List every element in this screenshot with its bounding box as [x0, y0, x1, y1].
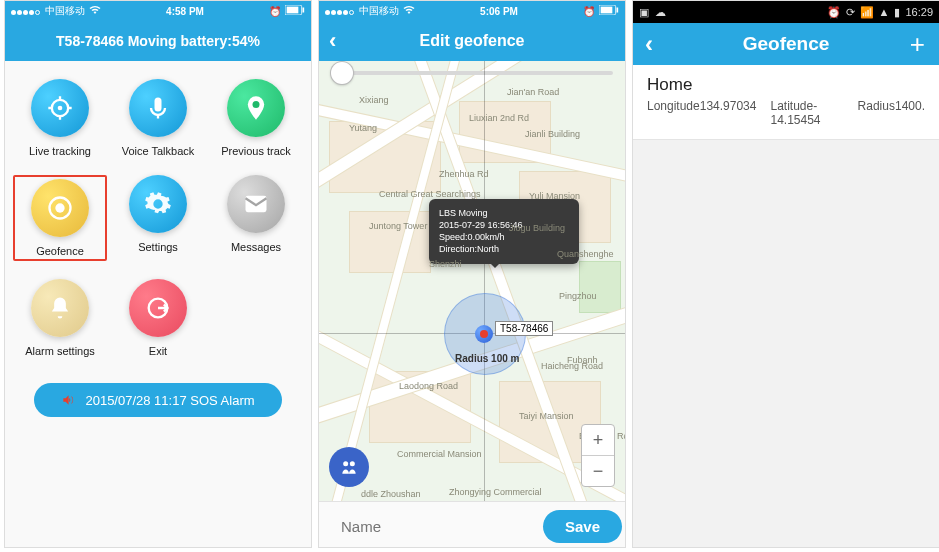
- map-poi-label: Commercial Mansion: [397, 449, 482, 459]
- speaker-icon: [61, 393, 75, 407]
- svg-rect-5: [155, 98, 162, 112]
- svg-rect-13: [616, 8, 618, 13]
- crosshair-v: [484, 61, 485, 501]
- map-poi-label: Taiyi Mansion: [519, 411, 574, 421]
- mic-icon: [129, 79, 187, 137]
- map-poi-label: Jian'an Road: [507, 87, 559, 97]
- map-poi-label: Jiogu Building: [509, 223, 565, 233]
- map-poi-label: Zhenhua Rd: [439, 169, 489, 179]
- radius-slider[interactable]: [331, 71, 613, 75]
- map-poi-label: Yuli Mansion: [529, 191, 580, 201]
- svg-rect-12: [601, 7, 613, 14]
- map-poi-label: Pingzhou: [559, 291, 597, 301]
- map-poi-label: Shenzhi: [429, 259, 462, 269]
- svg-rect-1: [287, 7, 299, 14]
- menu-label: Live tracking: [29, 145, 91, 157]
- geofence-name-input[interactable]: [339, 517, 533, 536]
- device-label: T58-78466: [495, 321, 553, 336]
- zoom-control: + −: [581, 424, 615, 487]
- svg-point-4: [58, 106, 63, 111]
- menu-label: Messages: [231, 241, 281, 253]
- save-button[interactable]: Save: [543, 510, 622, 543]
- svg-point-14: [343, 461, 348, 466]
- clock-label: 4:58 PM: [166, 6, 204, 17]
- locate-button[interactable]: [329, 447, 369, 487]
- record-icon: [31, 179, 89, 237]
- menu-item-previous-track[interactable]: Previous track: [209, 79, 303, 157]
- signal-dots-icon: [325, 6, 355, 17]
- zoom-in-button[interactable]: +: [582, 425, 614, 455]
- target-icon: [31, 79, 89, 137]
- battery-icon: [599, 5, 619, 17]
- center-pin-icon: [475, 325, 493, 343]
- map-poi-label: Quanshenghe: [557, 249, 614, 259]
- screen-edit-geofence: 中国移动 5:06 PM ⏰ ‹ Edit geofence: [318, 0, 626, 548]
- page-title: ‹ Edit geofence: [319, 21, 625, 61]
- map-canvas[interactable]: T58-78466 Radius 100 m LBS Moving 2015-0…: [319, 61, 625, 501]
- menu-item-messages[interactable]: Messages: [209, 175, 303, 261]
- sos-alarm-banner[interactable]: 2015/07/28 11:17 SOS Alarm: [34, 383, 282, 417]
- signal-dots-icon: [11, 6, 41, 17]
- carrier-label: 中国移动: [45, 4, 85, 18]
- clock-label: 16:29: [905, 6, 933, 18]
- menu-label: Exit: [149, 345, 167, 357]
- zoom-out-button[interactable]: −: [582, 455, 614, 486]
- menu-item-settings[interactable]: Settings: [111, 175, 205, 261]
- cloud-icon: ☁: [655, 6, 666, 19]
- map-poi-label: Laodong Road: [399, 381, 458, 391]
- map-poi-label: Zhongying Commercial: [449, 487, 542, 497]
- menu-label: Settings: [138, 241, 178, 253]
- screen-home: 中国移动 4:58 PM ⏰ T58-78466 Moving battery:…: [4, 0, 312, 548]
- back-button[interactable]: ‹: [329, 28, 336, 54]
- wifi-icon: ▲: [879, 6, 890, 18]
- bell-icon: [31, 279, 89, 337]
- menu-item-exit[interactable]: Exit: [111, 279, 205, 357]
- android-status-bar: ▣ ☁ ⏰ ⟳ 📶 ▲ ▮ 16:29: [633, 1, 939, 23]
- screen-geofence-list: ▣ ☁ ⏰ ⟳ 📶 ▲ ▮ 16:29 ‹ Geofence + HomeLon…: [632, 0, 939, 548]
- add-geofence-button[interactable]: +: [910, 29, 925, 60]
- carrier-label: 中国移动: [359, 4, 399, 18]
- map-poi-label: Haicheng Road: [541, 361, 603, 371]
- menu-label: Geofence: [36, 245, 84, 257]
- svg-rect-2: [302, 8, 304, 13]
- people-icon: [339, 457, 359, 477]
- battery-icon: ▮: [894, 6, 900, 19]
- alarm-icon: ⏰: [269, 6, 281, 17]
- signal-icon: 📶: [860, 6, 874, 19]
- pin-icon: [227, 79, 285, 137]
- map-poi-label: ddle Zhoushan: [361, 489, 421, 499]
- geofence-list-item[interactable]: HomeLongitude134.97034Latitude-14.15454R…: [633, 65, 939, 140]
- gear-icon: [129, 175, 187, 233]
- mail-icon: [227, 175, 285, 233]
- wifi-icon: [89, 5, 101, 17]
- exit-icon: [129, 279, 187, 337]
- back-button[interactable]: ‹: [645, 30, 653, 58]
- map-poi-label: Central Great Searchings: [379, 189, 481, 199]
- menu-item-voice-talkback[interactable]: Voice Talkback: [111, 79, 205, 157]
- battery-icon: [285, 5, 305, 17]
- svg-point-15: [350, 461, 355, 466]
- alarm-icon: ⏰: [827, 6, 841, 19]
- menu-item-geofence[interactable]: Geofence: [13, 175, 107, 261]
- wifi-icon: [403, 5, 415, 17]
- menu-label: Voice Talkback: [122, 145, 195, 157]
- map-poi-label: Xixiang: [359, 95, 389, 105]
- map-poi-label: Liuxian 2nd Rd: [469, 113, 529, 123]
- menu-item-alarm-settings[interactable]: Alarm settings: [13, 279, 107, 357]
- sync-icon: ⟳: [846, 6, 855, 19]
- radius-text: Radius 100 m: [455, 353, 519, 364]
- geofence-name: Home: [647, 75, 925, 95]
- map-poi-label: Yutang: [349, 123, 377, 133]
- sos-text: 2015/07/28 11:17 SOS Alarm: [85, 393, 254, 408]
- slider-knob[interactable]: [331, 62, 353, 84]
- page-title: T58-78466 Moving battery:54%: [5, 21, 311, 61]
- svg-point-8: [55, 203, 64, 212]
- picture-icon: ▣: [639, 6, 649, 19]
- alarm-icon: ⏰: [583, 6, 595, 17]
- svg-point-6: [253, 101, 260, 108]
- menu-label: Previous track: [221, 145, 291, 157]
- ios-status-bar: 中国移动 4:58 PM ⏰: [5, 1, 311, 21]
- geofence-meta: Longitude134.97034Latitude-14.15454Radiu…: [647, 99, 925, 127]
- menu-item-live-tracking[interactable]: Live tracking: [13, 79, 107, 157]
- page-title: ‹ Geofence +: [633, 23, 939, 65]
